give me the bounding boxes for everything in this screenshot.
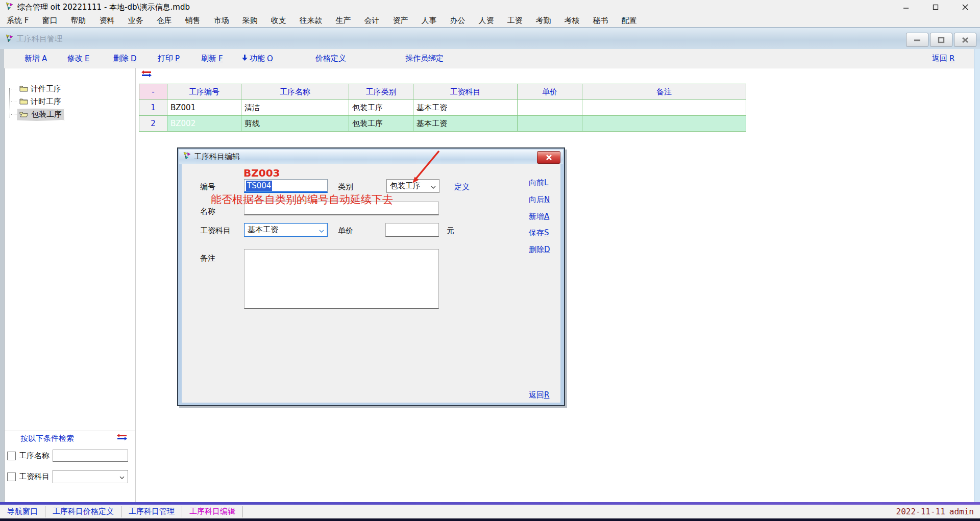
process-name-checkbox[interactable] bbox=[7, 452, 16, 460]
table-row-2-selected[interactable]: 2 BZ002 剪线 包装工序 基本工资 bbox=[139, 116, 746, 132]
process-name-cell[interactable]: 清洁 bbox=[241, 100, 349, 116]
menu-item-accounting[interactable]: 会计 bbox=[357, 16, 386, 26]
menu-item-data[interactable]: 资料 bbox=[92, 16, 121, 26]
toolbar-back-button[interactable]: 返回R bbox=[932, 54, 954, 63]
toolbar-refresh-button[interactable]: 刷新F bbox=[201, 54, 223, 63]
toolbar-price-define-button[interactable]: 价格定义 bbox=[315, 54, 346, 63]
status-right-info: 2022-11-11 admin bbox=[896, 505, 974, 518]
col-header-wage-subject[interactable]: 工资科目 bbox=[413, 84, 518, 100]
maximize-button[interactable] bbox=[923, 0, 948, 14]
process-name-cell[interactable]: 剪线 bbox=[241, 116, 349, 132]
col-header-marker[interactable]: - bbox=[139, 84, 167, 100]
process-type-cell[interactable]: 包装工序 bbox=[349, 116, 413, 132]
menu-item-system[interactable]: 系统 F bbox=[0, 16, 35, 26]
menu-item-config[interactable]: 配置 bbox=[615, 16, 643, 26]
status-tab-subject-edit[interactable]: 工序科目编辑 bbox=[182, 506, 243, 517]
price-input[interactable] bbox=[385, 223, 439, 237]
toolbar-print-button[interactable]: 打印P bbox=[158, 54, 180, 63]
status-tab-subject-manage[interactable]: 工序科目管理 bbox=[121, 506, 182, 517]
menu-item-assets[interactable]: 资产 bbox=[386, 16, 414, 26]
process-code-cell[interactable]: BZ001 bbox=[167, 100, 241, 116]
define-link[interactable]: 定义 bbox=[454, 182, 470, 192]
swap-arrows-icon[interactable] bbox=[116, 433, 128, 443]
tree-item-label: 包装工序 bbox=[31, 110, 62, 119]
toolbar-function-button[interactable]: 功能O bbox=[242, 54, 273, 63]
child-close-button[interactable] bbox=[954, 33, 976, 47]
dialog-save-link[interactable]: 保存S bbox=[529, 228, 549, 238]
price-unit-label: 元 bbox=[447, 226, 454, 236]
menu-item-accounts[interactable]: 往来款 bbox=[292, 16, 329, 26]
menu-item-purchase[interactable]: 采购 bbox=[235, 16, 264, 26]
dialog-titlebar: 工序科目编辑 bbox=[179, 150, 563, 164]
tree-stub bbox=[11, 89, 16, 89]
tree-item-piecework[interactable]: 计件工序 bbox=[5, 83, 133, 95]
code-input-selected-text: TS004 bbox=[246, 181, 272, 191]
grid-swap-arrows-icon[interactable] bbox=[141, 70, 152, 80]
minimize-button[interactable] bbox=[893, 0, 919, 14]
child-window-title: 工序科目管理 bbox=[16, 34, 62, 44]
toolbar-operator-bind-button[interactable]: 操作员绑定 bbox=[405, 54, 444, 63]
toolbar-add-button[interactable]: 新增A bbox=[24, 54, 47, 63]
type-select[interactable]: 包装工序 bbox=[386, 179, 439, 193]
menu-item-secretary[interactable]: 秘书 bbox=[586, 16, 615, 26]
tree-item-hourly[interactable]: 计时工序 bbox=[5, 95, 133, 108]
dialog-add-link[interactable]: 新增A bbox=[529, 212, 549, 221]
col-header-process-code[interactable]: 工序编号 bbox=[167, 84, 241, 100]
menu-item-business[interactable]: 业务 bbox=[121, 16, 150, 26]
menu-item-human-capital[interactable]: 人资 bbox=[472, 16, 500, 26]
dialog-delete-link[interactable]: 删除D bbox=[529, 245, 550, 255]
toolbar-edit-label: 修改 bbox=[67, 54, 83, 63]
remark-cell[interactable] bbox=[582, 100, 746, 116]
tree-item-packing[interactable]: 包装工序 bbox=[5, 108, 133, 121]
row-number-cell[interactable]: 1 bbox=[139, 100, 167, 116]
unit-price-cell[interactable] bbox=[518, 116, 582, 132]
dialog-back-link[interactable]: 返回R bbox=[529, 390, 549, 400]
wage-subject-filter-select[interactable] bbox=[53, 470, 128, 483]
wage-subject-checkbox[interactable] bbox=[7, 473, 16, 481]
menu-item-attendance[interactable]: 考勤 bbox=[529, 16, 557, 26]
menu-item-assessment[interactable]: 考核 bbox=[557, 16, 586, 26]
dialog-save-key: S bbox=[544, 228, 549, 237]
wage-subject-cell[interactable]: 基本工资 bbox=[413, 100, 518, 116]
process-code-cell-selected[interactable]: BZ002 bbox=[167, 116, 241, 132]
wage-subject-cell[interactable]: 基本工资 bbox=[413, 116, 518, 132]
remark-cell[interactable] bbox=[582, 116, 746, 132]
wage-select[interactable]: 基本工资 bbox=[244, 223, 328, 237]
menu-item-help[interactable]: 帮助 bbox=[64, 16, 92, 26]
dialog-next-link[interactable]: 向后N bbox=[529, 195, 550, 205]
col-header-process-name[interactable]: 工序名称 bbox=[241, 84, 349, 100]
menu-item-market[interactable]: 市场 bbox=[207, 16, 235, 26]
child-toolbar: 新增A 修改E 删除D 打印P 刷新F 功能O 价格定义 操作员绑定 返回R bbox=[4, 49, 974, 68]
toolbar-edit-button[interactable]: 修改E bbox=[67, 54, 89, 63]
tree-item-label: 计时工序 bbox=[31, 97, 61, 107]
toolbar-print-label: 打印 bbox=[158, 54, 173, 63]
code-input[interactable]: TS004 bbox=[244, 179, 328, 193]
menu-item-window[interactable]: 窗口 bbox=[35, 16, 64, 26]
menu-item-sales[interactable]: 销售 bbox=[178, 16, 207, 26]
close-button[interactable] bbox=[952, 0, 978, 14]
status-tab-price-define[interactable]: 工序科目价格定义 bbox=[45, 506, 121, 517]
toolbar-delete-button[interactable]: 删除D bbox=[113, 54, 137, 63]
col-header-process-type[interactable]: 工序类别 bbox=[349, 84, 413, 100]
status-tab-nav-window[interactable]: 导航窗口 bbox=[0, 506, 45, 517]
menu-item-salary[interactable]: 工资 bbox=[500, 16, 529, 26]
menu-item-office[interactable]: 办公 bbox=[443, 16, 472, 26]
menu-item-payments[interactable]: 收支 bbox=[264, 16, 292, 26]
unit-price-cell[interactable] bbox=[518, 100, 582, 116]
child-restore-button[interactable] bbox=[930, 33, 952, 47]
toolbar-price-define-label: 价格定义 bbox=[315, 54, 346, 63]
row-number-cell[interactable]: 2 bbox=[139, 116, 167, 132]
table-row-1[interactable]: 1 BZ001 清洁 包装工序 基本工资 bbox=[139, 100, 746, 116]
process-type-cell[interactable]: 包装工序 bbox=[349, 100, 413, 116]
remark-textarea[interactable] bbox=[244, 249, 439, 309]
menu-item-hr[interactable]: 人事 bbox=[414, 16, 443, 26]
menu-item-warehouse[interactable]: 仓库 bbox=[150, 16, 178, 26]
dialog-close-button[interactable] bbox=[537, 151, 560, 164]
menu-item-production[interactable]: 生产 bbox=[329, 16, 357, 26]
dialog-prev-link[interactable]: 向前L bbox=[529, 178, 548, 188]
folder-open-icon bbox=[19, 110, 29, 119]
process-name-filter-input[interactable] bbox=[53, 450, 128, 462]
col-header-remark[interactable]: 备注 bbox=[582, 84, 746, 100]
child-minimize-button[interactable] bbox=[906, 33, 928, 47]
col-header-unit-price[interactable]: 单价 bbox=[518, 84, 582, 100]
